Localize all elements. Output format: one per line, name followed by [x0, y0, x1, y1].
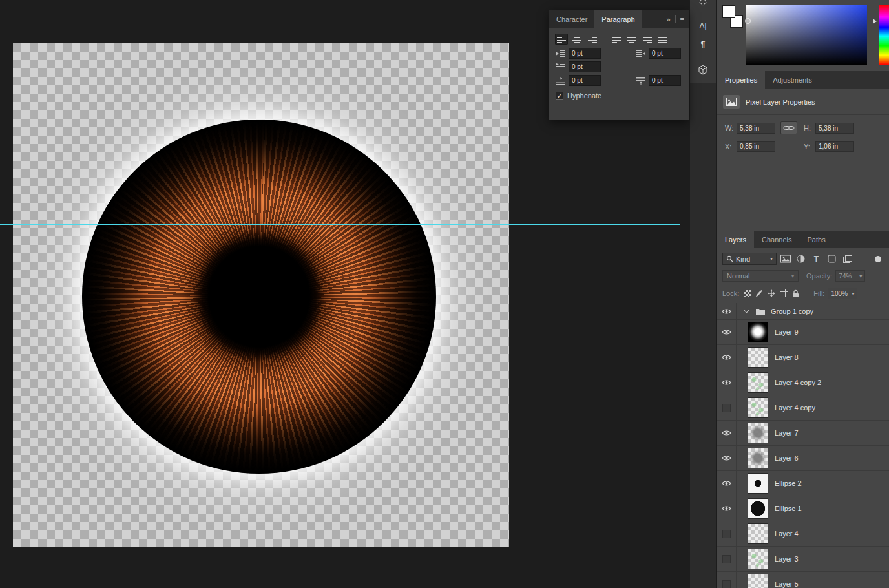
tab-properties[interactable]: Properties	[717, 71, 765, 89]
lock-transparency-icon[interactable]	[744, 290, 751, 297]
layer-thumbnail[interactable]	[748, 397, 768, 418]
document-canvas[interactable]	[13, 43, 509, 547]
filter-shape-layers-icon[interactable]	[825, 253, 839, 265]
paragraph-panel-icon[interactable]: ¶	[695, 36, 711, 52]
filter-pixel-layers-icon[interactable]	[779, 253, 792, 265]
layer-row[interactable]: Layer 3	[717, 547, 889, 572]
layer-thumbnail[interactable]	[748, 372, 768, 393]
visibility-eye-icon[interactable]	[717, 345, 737, 370]
color-saturation-brightness-field[interactable]	[746, 5, 867, 65]
horizontal-guide[interactable]	[0, 224, 680, 225]
layer-group-row[interactable]: Group 1 copy	[717, 303, 889, 320]
collapse-chevron-icon[interactable]: »	[666, 16, 670, 23]
layer-thumbnail[interactable]	[748, 423, 768, 443]
tab-character[interactable]: Character	[549, 10, 594, 28]
link-dimensions-button[interactable]	[780, 121, 797, 134]
tool-presets-icon[interactable]	[695, 0, 711, 9]
layer-row[interactable]: Layer 4 copy	[717, 395, 889, 421]
tab-paths[interactable]: Paths	[800, 231, 833, 248]
justify-last-center-button[interactable]	[625, 34, 638, 45]
justify-last-left-button[interactable]	[610, 34, 623, 45]
lock-position-icon[interactable]	[768, 289, 775, 297]
hidden-eye-well[interactable]	[722, 555, 731, 563]
hidden-eye-well[interactable]	[722, 580, 731, 588]
tab-paragraph[interactable]: Paragraph	[594, 10, 642, 28]
tab-adjustments[interactable]: Adjustments	[765, 71, 820, 89]
visibility-eye-icon[interactable]	[717, 320, 737, 344]
layer-row[interactable]: Layer 9	[717, 320, 889, 345]
filter-adjustment-layers-icon[interactable]	[794, 253, 808, 265]
layer-row[interactable]: Layer 8	[717, 345, 889, 370]
folder-icon	[755, 308, 766, 315]
lock-all-icon[interactable]	[792, 289, 799, 298]
justify-all-button[interactable]	[656, 34, 669, 45]
visibility-eye-toggle[interactable]	[717, 572, 737, 588]
visibility-eye-toggle[interactable]	[717, 521, 737, 546]
align-left-button[interactable]	[555, 34, 568, 45]
layer-thumbnail[interactable]	[748, 322, 768, 342]
blend-mode-select[interactable]: Normal ▾	[722, 270, 799, 282]
layer-filtering-toggle[interactable]	[875, 256, 881, 262]
tab-layers[interactable]: Layers	[717, 231, 754, 248]
3d-panel-icon[interactable]	[695, 62, 711, 78]
indent-first-line-field[interactable]: 0 pt	[569, 61, 601, 72]
panel-menu-icon[interactable]: ≡	[680, 16, 684, 23]
visibility-eye-toggle[interactable]	[717, 395, 737, 420]
space-before-field[interactable]: 0 pt	[569, 75, 601, 86]
x-field[interactable]: 0,85 in	[737, 141, 775, 152]
layer-row[interactable]: Ellipse 1	[717, 496, 889, 521]
layer-thumbnail[interactable]	[748, 574, 768, 588]
hidden-eye-well[interactable]	[722, 404, 731, 412]
layer-row[interactable]: Layer 5	[717, 572, 889, 588]
layer-thumbnail[interactable]	[748, 448, 768, 468]
visibility-eye-icon[interactable]	[717, 370, 737, 395]
height-field[interactable]: 5,38 in	[815, 123, 854, 134]
pixel-layer-icon	[723, 95, 740, 109]
opacity-value[interactable]: 74% ▾	[835, 270, 865, 282]
layer-thumbnail[interactable]	[748, 498, 768, 519]
properties-section-title: Pixel Layer Properties	[746, 98, 815, 106]
paragraph-align-row	[549, 28, 689, 47]
visibility-eye-icon[interactable]	[717, 496, 737, 521]
collapsed-panels-strip: A| ¶	[690, 0, 716, 83]
fill-value[interactable]: 100% ▾	[828, 288, 857, 299]
layer-thumbnail[interactable]	[748, 473, 768, 494]
space-after-field[interactable]: 0 pt	[649, 75, 681, 86]
character-panel-icon[interactable]: A|	[695, 18, 711, 34]
tab-channels[interactable]: Channels	[754, 231, 799, 248]
layer-thumbnail[interactable]	[748, 347, 768, 368]
indent-left-field[interactable]: 0 pt	[569, 48, 601, 59]
visibility-eye-icon[interactable]	[717, 471, 737, 496]
group-name: Group 1 copy	[771, 308, 813, 315]
foreground-color-swatch[interactable]	[722, 5, 735, 18]
filter-smart-objects-icon[interactable]	[841, 253, 854, 265]
visibility-eye-toggle[interactable]	[717, 547, 737, 571]
layer-row[interactable]: Layer 7	[717, 421, 889, 446]
justify-last-right-button[interactable]	[641, 34, 654, 45]
layer-row[interactable]: Layer 4	[717, 521, 889, 547]
hue-slider[interactable]	[879, 5, 889, 65]
layer-thumbnail[interactable]	[748, 523, 768, 544]
align-right-button[interactable]	[586, 34, 599, 45]
width-field[interactable]: 5,38 in	[737, 123, 775, 134]
align-center-button[interactable]	[570, 34, 583, 45]
layer-row[interactable]: Layer 4 copy 2	[717, 370, 889, 395]
y-field[interactable]: 1,06 in	[815, 141, 854, 152]
lock-pixels-icon[interactable]	[755, 289, 763, 297]
hidden-eye-well[interactable]	[722, 530, 731, 538]
group-expand-chevron-icon[interactable]	[744, 307, 750, 313]
hyphenate-checkbox[interactable]: ✓	[556, 92, 563, 100]
visibility-eye-icon[interactable]	[717, 446, 737, 470]
visibility-eye-icon[interactable]	[717, 303, 737, 319]
layer-thumbnail[interactable]	[748, 549, 768, 569]
indent-right-field[interactable]: 0 pt	[649, 48, 681, 59]
hyphenate-label: Hyphenate	[567, 92, 601, 100]
filter-type-layers-icon[interactable]: T	[810, 253, 823, 265]
hue-slider-pointer[interactable]	[873, 19, 877, 24]
color-picker-cursor[interactable]	[745, 18, 751, 24]
layer-row[interactable]: Ellipse 2	[717, 471, 889, 496]
layer-row[interactable]: Layer 6	[717, 446, 889, 471]
kind-filter-select[interactable]: Kind ▾	[722, 253, 777, 265]
lock-artboard-icon[interactable]	[780, 289, 788, 297]
visibility-eye-icon[interactable]	[717, 421, 737, 445]
